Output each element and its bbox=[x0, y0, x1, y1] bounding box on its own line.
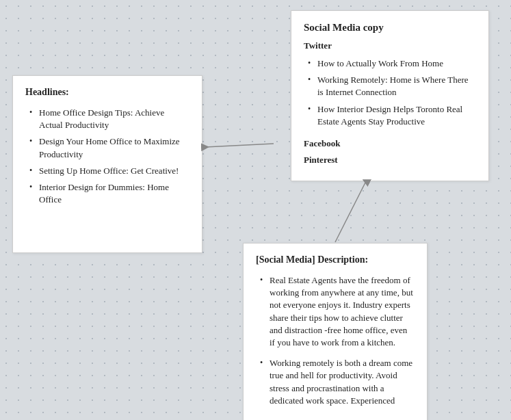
list-item: Working remotely is both a dream come tr… bbox=[260, 355, 415, 409]
twitter-list: How to Actually Work From Home Working R… bbox=[304, 55, 476, 130]
description-title: [Social Media] Description: bbox=[256, 254, 415, 265]
headlines-title: Headlines: bbox=[25, 87, 189, 98]
list-item: Working Remotely: Home is Where There is… bbox=[308, 72, 476, 101]
arrow-headlines-to-social bbox=[205, 144, 274, 147]
social-media-card: Social Media copy Twitter How to Actuall… bbox=[291, 10, 489, 181]
pinterest-label: Pinterest bbox=[304, 155, 476, 166]
description-list: Real Estate Agents have the freedom of w… bbox=[256, 272, 415, 409]
list-item: Real Estate Agents have the freedom of w… bbox=[260, 272, 415, 351]
list-item: Design Your Home Office to Maximize Prod… bbox=[29, 133, 189, 162]
list-item: Setting Up Home Office: Get Creative! bbox=[29, 163, 189, 179]
arrow-description-to-social bbox=[335, 181, 366, 242]
twitter-label: Twitter bbox=[304, 40, 476, 51]
headlines-list: Home Office Design Tips: Achieve Actual … bbox=[25, 105, 189, 208]
description-card: [Social Media] Description: Real Estate … bbox=[243, 243, 428, 420]
social-media-title: Social Media copy bbox=[304, 22, 476, 34]
facebook-label: Facebook bbox=[304, 138, 476, 149]
list-item: Interior Design for Dummies: Home Office bbox=[29, 179, 189, 208]
list-item: Home Office Design Tips: Achieve Actual … bbox=[29, 105, 189, 133]
headlines-card: Headlines: Home Office Design Tips: Achi… bbox=[12, 75, 202, 253]
list-item: How to Actually Work From Home bbox=[308, 55, 476, 72]
list-item: How Interior Design Helps Toronto Real E… bbox=[308, 101, 476, 130]
